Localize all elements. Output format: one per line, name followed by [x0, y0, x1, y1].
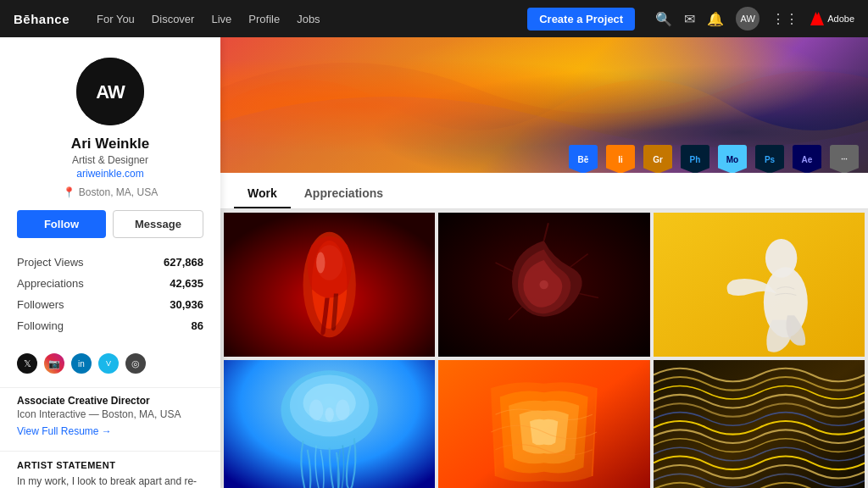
portfolio-item-6[interactable]: [654, 360, 865, 488]
stat-value-followers: 30,936: [170, 298, 203, 311]
stat-row-appreciations: Appreciations 42,635: [17, 273, 203, 294]
profile-banner: Bē 18 Ii 8 Gr 2: [220, 37, 868, 173]
badge-gr-label: Gr: [653, 155, 663, 164]
stat-value-appreciations: 42,635: [170, 277, 203, 290]
stat-label-followers: Followers: [17, 298, 64, 311]
badge-more: ··· 13: [827, 145, 861, 173]
badge-mo-label: Mo: [726, 155, 738, 164]
stat-label-appreciations: Appreciations: [17, 277, 84, 290]
skill-badges: Bē 18 Ii 8 Gr 2: [566, 145, 861, 173]
stats-table: Project Views 627,868 Appreciations 42,6…: [0, 252, 220, 347]
stat-value-views: 627,868: [164, 256, 203, 269]
portfolio-item-2[interactable]: [438, 213, 649, 357]
divider-2: [0, 451, 220, 452]
adobe-logo: Adobe: [810, 12, 854, 25]
behance-logo[interactable]: Bēhance: [14, 12, 70, 26]
divider: [0, 387, 220, 388]
avatar-wrap: AW: [0, 37, 220, 136]
avatar[interactable]: AW: [736, 7, 760, 30]
instagram-icon[interactable]: 📷: [44, 353, 64, 374]
svg-point-18: [765, 239, 797, 278]
portfolio-grid: [220, 209, 868, 488]
profile-website[interactable]: ariweinkle.com: [0, 168, 220, 186]
job-title: Associate Creative Director: [0, 391, 220, 408]
stat-row-followers: Followers 30,936: [17, 294, 203, 315]
location-pin-icon: 📍: [63, 186, 75, 198]
svg-point-24: [336, 400, 350, 421]
svg-point-23: [309, 400, 324, 421]
tab-work[interactable]: Work: [234, 180, 291, 208]
social-icons: 𝕏 📷 in V ◎: [0, 347, 220, 384]
follow-button[interactable]: Follow: [17, 210, 106, 238]
nav-discover[interactable]: Discover: [152, 13, 195, 25]
bell-icon[interactable]: 🔔: [707, 11, 724, 27]
svg-point-25: [325, 408, 333, 422]
badge-graphic: Gr 2: [641, 145, 675, 173]
nav-profile[interactable]: Profile: [248, 13, 280, 25]
stat-value-following: 86: [192, 319, 203, 332]
stat-label-following: Following: [17, 319, 64, 332]
portfolio-item-5[interactable]: [438, 360, 649, 488]
badge-photoshop: Ph: [678, 145, 712, 173]
badge-ae: Ae: [790, 145, 824, 173]
profile-title: Artist & Designer: [0, 154, 220, 168]
badge-motion: Mo 3: [715, 145, 749, 173]
message-icon[interactable]: ✉: [684, 11, 695, 27]
badge-behance: Bē 18: [566, 145, 600, 173]
svg-point-15: [540, 280, 548, 289]
stat-label-views: Project Views: [17, 256, 84, 269]
navbar: Bēhance For You Discover Live Profile Jo…: [0, 0, 868, 37]
badge-ps: Ps: [753, 145, 787, 173]
nav-icon-group: 🔍 ✉ 🔔 AW ⋮⋮ Adobe: [655, 7, 854, 30]
action-buttons: Follow Message: [0, 210, 220, 252]
location-text: Boston, MA, USA: [79, 186, 158, 198]
portfolio-item-1[interactable]: [224, 213, 435, 357]
badge-illustrator: Ii 8: [604, 145, 637, 173]
nav-live[interactable]: Live: [211, 13, 231, 25]
job-company: Icon Interactive — Boston, MA, USA: [0, 408, 220, 425]
tab-appreciations[interactable]: Appreciations: [291, 180, 397, 208]
badge-il-label: Ii: [618, 155, 623, 164]
artist-statement-title: ARTIST STATEMENT: [0, 455, 220, 474]
twitter-icon[interactable]: 𝕏: [17, 353, 37, 374]
view-resume-link[interactable]: View Full Resume →: [0, 425, 220, 447]
stat-row-views: Project Views 627,868: [17, 252, 203, 273]
stat-row-following: Following 86: [17, 315, 203, 336]
profile-avatar: AW: [76, 58, 144, 125]
badge-ps-label: Ps: [765, 155, 775, 164]
grid-icon[interactable]: ⋮⋮: [771, 11, 798, 27]
create-project-button[interactable]: Create a Project: [527, 8, 635, 30]
linkedin-icon[interactable]: in: [71, 353, 92, 374]
nav-jobs[interactable]: Jobs: [297, 13, 320, 25]
profile-location: 📍 Boston, MA, USA: [0, 186, 220, 210]
portfolio-item-4[interactable]: [224, 360, 435, 488]
content-area: Bē 18 Ii 8 Gr 2: [220, 37, 868, 488]
svg-text:AW: AW: [96, 81, 125, 103]
search-icon[interactable]: 🔍: [655, 11, 672, 27]
badge-be-label: Bē: [578, 155, 589, 164]
message-button[interactable]: Message: [113, 210, 203, 238]
badge-more-label: ···: [841, 155, 848, 164]
nav-foryou[interactable]: For You: [97, 13, 135, 25]
badge-ph-label: Ph: [690, 155, 701, 164]
artist-statement-text: In my work, I look to break apart and re…: [0, 474, 220, 488]
badge-ae-label: Ae: [802, 155, 813, 164]
tabs-bar: Work Appreciations: [220, 173, 868, 209]
portfolio-item-3[interactable]: [654, 213, 865, 357]
sidebar: AW Ari Weinkle Artist & Designer ariwein…: [0, 37, 220, 488]
nav-links: For You Discover Live Profile Jobs: [97, 13, 507, 25]
svg-point-8: [316, 252, 325, 274]
custom-link-icon[interactable]: ◎: [125, 353, 146, 374]
profile-name: Ari Weinkle: [0, 136, 220, 154]
vimeo-icon[interactable]: V: [98, 353, 119, 374]
main-layout: AW Ari Weinkle Artist & Designer ariwein…: [0, 37, 868, 488]
